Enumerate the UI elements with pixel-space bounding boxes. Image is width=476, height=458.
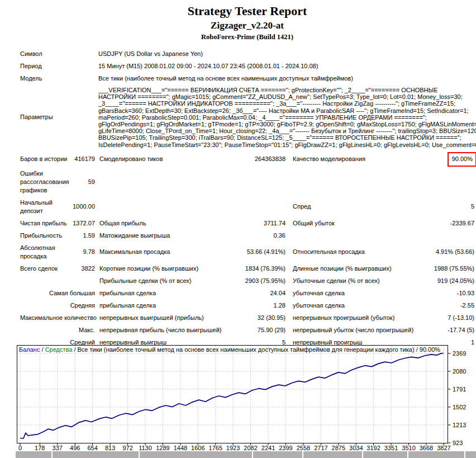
legend-separator: /	[72, 346, 77, 353]
legend-equity-label: Средства	[45, 346, 73, 353]
stat-value: 2903 (75.95%)	[200, 275, 285, 287]
table-row: Макс.непрерывная прибыль (число выигрыше…	[20, 324, 474, 337]
stat-label: Прибыльные сделки (% от всех)	[95, 275, 200, 287]
stat-label: Средняя	[20, 300, 95, 312]
stat-value: 1372.07	[69, 218, 95, 230]
parameters-line: ___VERIFICATION___="====== ВЕРИФИКАЦИЯ С…	[98, 87, 474, 93]
stat-label: непрерывная прибыль (число выигрышей)	[95, 324, 200, 337]
y-axis-label: 923	[453, 440, 463, 446]
symbol-label: Символ	[20, 48, 69, 60]
x-axis-label: 178	[35, 445, 45, 451]
y-axis-label: 2369	[453, 350, 466, 357]
table-row: Всего сделок3822Короткие позиции (% выиг…	[20, 263, 474, 275]
header-stub-segment	[53, 451, 139, 458]
stat-label: прибыльная сделка	[95, 287, 200, 300]
stat-value: 1.28	[200, 300, 285, 312]
stat-label: Короткие позиции (% выигравших)	[95, 263, 200, 275]
table-row: Модель Все тики (наиболее точный метод н…	[20, 73, 474, 85]
stat-label: Чистая прибыль	[20, 218, 69, 230]
stat-value: 53.66 (4.91%)	[200, 242, 285, 263]
header-stub-segment	[408, 451, 464, 458]
parameters-line: maPeriod=260; ParabolicStep=0.001; Parab…	[98, 114, 474, 121]
stat-value: 3822	[69, 263, 95, 275]
stat-label: убыточная сделка	[285, 300, 391, 312]
stat-value: 1000.00	[69, 197, 95, 218]
model-label: Модель	[20, 73, 69, 85]
stat-value	[200, 168, 285, 197]
header-stub-segment	[16, 451, 51, 458]
stat-label: Начальный депозит	[20, 197, 69, 218]
stat-label: Прибыльность	[20, 230, 69, 242]
stat-label: Абсолютная просадка	[20, 242, 69, 263]
table-row: Средняяприбыльная сделка1.28убыточная сд…	[20, 300, 474, 312]
x-axis-label: 654	[87, 445, 97, 451]
parameters-value: ___VERIFICATION___="====== ВЕРИФИКАЦИЯ С…	[95, 85, 474, 150]
y-axis-label: 1502	[453, 404, 466, 410]
chart-quality-value: 90.00%	[420, 346, 440, 353]
stat-value	[391, 168, 474, 197]
legend-separator: /	[40, 346, 45, 353]
stat-value	[200, 197, 285, 218]
table-row: Баров в истории416179Смоделировано тиков…	[20, 153, 474, 166]
symbol-value: USDJPY (US Dollar vs Japanese Yen)	[95, 48, 474, 60]
stat-value: 1988 (75.55%)	[391, 263, 474, 275]
x-axis-label: 3351	[384, 445, 398, 451]
x-axis-label: 1923	[226, 445, 240, 451]
stat-label	[285, 230, 391, 242]
stat-value: 1.59	[69, 230, 95, 242]
strategy-tester-report: { "report": { "title": "Strategy Tester …	[0, 0, 476, 458]
parameters-label: Параметры	[20, 85, 69, 150]
header-stub-segment	[465, 451, 476, 458]
x-axis-label: 2875	[332, 445, 345, 451]
legend-separator: /	[415, 346, 420, 353]
parameters-line: gBarsBack=360; ExtDepth=30; ExtBackstep=…	[98, 107, 474, 114]
stat-label: непрерывных выигрышей (прибыль)	[95, 312, 200, 324]
x-axis-label: 1765	[209, 445, 222, 451]
stat-label: Матожидание выигрыша	[95, 230, 200, 242]
report-header: Strategy Tester Report Zigzager_v2.20-at…	[20, 3, 474, 41]
header-stub-segment	[140, 451, 252, 458]
trades-table-header-stub	[16, 451, 476, 458]
stat-label: Всего сделок	[20, 263, 69, 275]
parameters-line: BBUSizePip=105; TrailingStep=300; iTralB…	[98, 134, 474, 141]
x-axis-label: 2399	[279, 445, 292, 451]
x-axis-label: 1448	[174, 445, 187, 451]
page-title: Strategy Tester Report	[20, 3, 474, 18]
chart-model-description: Все тики (наиболее точный метод на основ…	[78, 346, 415, 353]
parameters-line: gFlgOrdPendings=1; gFlgOrdMarket=1; gTPm…	[98, 121, 474, 128]
stat-label: Общий убыток	[285, 218, 391, 230]
x-axis-label: 3827	[437, 445, 450, 451]
table-row: Период 15 Минут (M15) 2008.01.02 09:00 -…	[20, 60, 474, 73]
stat-value: 0.36	[200, 230, 285, 242]
stat-label: Длинные позиции (% выигравших)	[285, 263, 391, 275]
stat-label: убыточная сделка	[285, 287, 391, 300]
stat-label: Относительная просадка	[285, 242, 391, 263]
stat-value: 59	[69, 168, 95, 197]
stat-label: прибыльная сделка	[95, 300, 200, 312]
header-stub-segment	[303, 451, 362, 458]
table-row: Прибыльность1.59Матожидание выигрыша0.36	[20, 230, 474, 242]
stat-value: 264363838	[200, 153, 285, 166]
stat-label: Максимальная просадка	[95, 242, 200, 263]
stat-label: Смоделировано тиков	[95, 153, 200, 166]
balance-line	[20, 353, 444, 438]
x-axis-label: 3668	[420, 445, 433, 451]
x-axis-label: 813	[105, 445, 115, 451]
stat-value: 3711.74	[200, 218, 285, 230]
x-axis-label: 3510	[402, 445, 415, 451]
header-stub-segment	[363, 451, 407, 458]
parameters-line: НАСТРОЙКИ ========"; gMagic=1015; gComme…	[98, 93, 474, 100]
stat-label: Баров в истории	[20, 153, 69, 166]
x-axis-label: 3192	[366, 445, 380, 451]
stat-value: 5	[391, 197, 474, 218]
model-value: Все тики (наиболее точный метод на основ…	[95, 73, 474, 85]
x-axis-label: 1606	[191, 445, 204, 451]
stat-label: Качество моделирования	[285, 153, 391, 166]
chart-legend: Баланс / Средства / Все тики (наиболее т…	[19, 346, 440, 353]
table-row: Параметры ___VERIFICATION___="====== ВЕР…	[20, 85, 474, 150]
parameters-line: gLifeTime=8000; Close_TPord_on_Time=1; H…	[98, 128, 474, 134]
x-axis-label: 1289	[156, 445, 169, 451]
x-axis-label: 3034	[349, 445, 363, 451]
stat-label: Самая большая	[20, 287, 95, 300]
stat-label: Общая прибыль	[95, 218, 200, 230]
